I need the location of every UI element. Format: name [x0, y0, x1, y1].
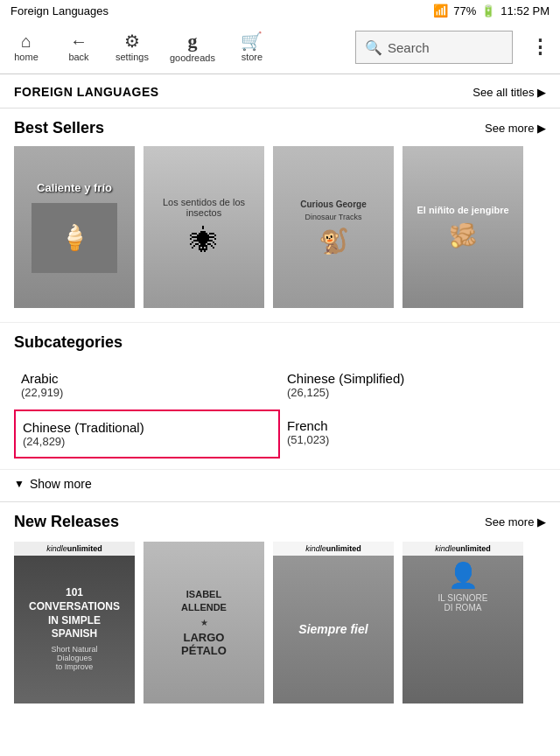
- spider-icon: 🕷: [190, 225, 218, 257]
- subcategory-chinese-traditional-name: Chinese (Traditional): [23, 420, 271, 435]
- nr-book1-sub: Short NaturalDialoguesto Improve: [51, 645, 97, 671]
- nav-items: ⌂ home ← back ⚙ settings g goodreads 🛒 s…: [0, 21, 348, 74]
- subcategory-french-count: (51,023): [287, 433, 539, 446]
- subcategory-french[interactable]: French (51,023): [280, 410, 546, 458]
- subcategory-arabic[interactable]: Arabic (22,919): [14, 362, 280, 408]
- nav-goodreads[interactable]: g goodreads: [159, 28, 226, 66]
- subcategory-chinese-simplified-count: (26,125): [287, 386, 539, 399]
- best-sellers-section: Best Sellers See more ▶ Caliente y frío …: [0, 108, 560, 322]
- subcategories-section: Subcategories Arabic (22,919) Chinese (S…: [0, 322, 560, 469]
- subcategory-chinese-simplified-name: Chinese (Simplified): [287, 371, 539, 386]
- nr-book2-title: ISABELALLENDE: [181, 588, 227, 615]
- book-cover-3[interactable]: Curious George Dinosaur Tracks 🐒: [273, 146, 394, 308]
- best-sellers-title: Best Sellers: [14, 119, 104, 137]
- subcategories-title: Subcategories: [14, 333, 546, 352]
- subcategories-grid: Arabic (22,919) Chinese (Simplified) (26…: [14, 362, 546, 458]
- subcategory-chinese-traditional[interactable]: Chinese (Traditional) (24,829): [14, 410, 280, 458]
- nr-book2-subtitle2: LARGOPÉTALO: [181, 631, 227, 657]
- nr-book1-badge: kindleunlimited: [14, 542, 135, 556]
- subcategory-chinese-traditional-count: (24,829): [23, 435, 271, 448]
- gingerbread-icon: 🫚: [449, 222, 477, 249]
- best-sellers-see-more[interactable]: See more ▶: [485, 122, 546, 135]
- foreign-languages-title: FOREIGN LANGUAGES: [14, 85, 159, 99]
- best-sellers-book-row: Caliente y frío 🍦 Los sentidos de los in…: [14, 146, 546, 315]
- foreign-languages-header: FOREIGN LANGUAGES See all titles ▶: [0, 74, 560, 108]
- nav-store[interactable]: 🛒 store: [226, 29, 278, 66]
- nr-book3-title: Siempre fiel: [298, 622, 368, 636]
- new-releases-header: New Releases See more ▶: [14, 513, 546, 531]
- nav-settings-label: settings: [116, 52, 149, 62]
- nr-book-4[interactable]: kindleunlimited 👤 IL SIGNOREDI ROMA: [402, 542, 523, 704]
- best-sellers-header: Best Sellers See more ▶: [14, 119, 546, 137]
- book3-subtitle: Dinosaur Tracks: [304, 213, 361, 221]
- new-releases-see-more[interactable]: See more ▶: [485, 515, 546, 528]
- nr-book-1[interactable]: kindleunlimited 101CONVERSATIONSIN SIMPL…: [14, 542, 135, 704]
- subcategory-arabic-name: Arabic: [21, 371, 273, 386]
- triangle-down-icon: ▼: [14, 478, 24, 490]
- nr-book-2[interactable]: ISABELALLENDE ★ LARGOPÉTALO: [144, 542, 264, 704]
- book3-title-partial: Curious George: [300, 200, 367, 209]
- status-right: 📶 77% 🔋 11:52 PM: [433, 4, 550, 18]
- settings-icon: ⚙: [124, 32, 140, 50]
- show-more-label: Show more: [30, 477, 92, 491]
- search-placeholder: Search: [388, 40, 430, 55]
- book2-title: Los sentidos de los insectos: [150, 197, 257, 218]
- show-more-button[interactable]: ▼ Show more: [0, 469, 560, 501]
- nav-home[interactable]: ⌂ home: [0, 29, 52, 66]
- book1-title: Caliente y frío: [37, 181, 112, 196]
- see-all-titles-link[interactable]: See all titles ▶: [472, 86, 546, 99]
- status-bar: Foreign Languages 📶 77% 🔋 11:52 PM: [0, 0, 560, 21]
- subcategory-french-name: French: [287, 418, 539, 433]
- new-releases-book-row: kindleunlimited 101CONVERSATIONSIN SIMPL…: [14, 542, 546, 710]
- home-icon: ⌂: [21, 32, 32, 50]
- nav-goodreads-label: goodreads: [170, 52, 215, 63]
- search-area[interactable]: 🔍 Search: [355, 31, 513, 64]
- book-cover-2[interactable]: Los sentidos de los insectos 🕷: [144, 146, 264, 308]
- new-releases-section: New Releases See more ▶ kindleunlimited …: [0, 501, 560, 718]
- book-cover-4[interactable]: El niñito de jengibre 🫚: [402, 146, 523, 308]
- subcategory-arabic-count: (22,919): [21, 386, 273, 399]
- goodreads-icon: g: [187, 32, 197, 51]
- ice-cream-icon: 🍦: [60, 223, 90, 252]
- store-icon: 🛒: [241, 32, 262, 50]
- nav-store-label: store: [242, 52, 262, 62]
- nr-book4-title: IL SIGNOREDI ROMA: [438, 593, 488, 612]
- nr-book1-title: 101CONVERSATIONSIN SIMPLESPANISH: [29, 586, 120, 640]
- nav-bar: ⌂ home ← back ⚙ settings g goodreads 🛒 s…: [0, 21, 560, 74]
- back-icon: ←: [70, 32, 88, 50]
- nr-book2-subtitle: ★: [200, 618, 208, 627]
- battery-icon: 🔋: [481, 4, 495, 18]
- clock: 11:52 PM: [500, 4, 550, 18]
- app-title: Foreign Languages: [10, 4, 108, 18]
- book-cover-1[interactable]: Caliente y frío 🍦: [14, 146, 135, 308]
- new-releases-title: New Releases: [14, 513, 119, 531]
- nr-book3-badge: kindleunlimited: [273, 542, 394, 556]
- nav-back-label: back: [68, 52, 88, 62]
- wifi-icon: 📶: [433, 4, 448, 18]
- nr-book4-badge: kindleunlimited: [402, 542, 523, 556]
- nav-back[interactable]: ← back: [52, 29, 105, 66]
- nr-book-3[interactable]: kindleunlimited Siempre fiel: [273, 542, 394, 704]
- subcategory-chinese-simplified[interactable]: Chinese (Simplified) (26,125): [280, 362, 546, 408]
- nav-more-button[interactable]: ⋮: [520, 29, 560, 66]
- nav-home-label: home: [14, 52, 38, 62]
- search-icon: 🔍: [365, 39, 382, 56]
- monkey-icon: 🐒: [318, 227, 349, 256]
- nr-book4-image: 👤: [448, 561, 479, 590]
- battery-percentage: 77%: [453, 4, 476, 18]
- book4-title: El niñito de jengibre: [416, 205, 508, 215]
- nav-settings[interactable]: ⚙ settings: [105, 29, 159, 66]
